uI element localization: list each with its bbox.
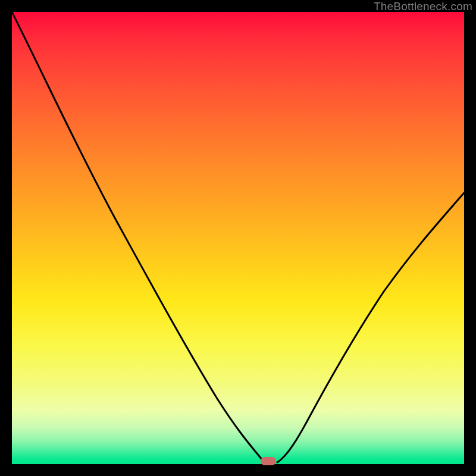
chart-frame: TheBottleneck.com bbox=[0, 0, 476, 476]
bottleneck-marker bbox=[261, 457, 276, 465]
watermark-text: TheBottleneck.com bbox=[374, 0, 472, 13]
plot-area bbox=[12, 12, 464, 464]
bottleneck-curve bbox=[12, 12, 464, 464]
curve-right-branch bbox=[277, 193, 464, 462]
curve-left-branch bbox=[12, 12, 268, 462]
